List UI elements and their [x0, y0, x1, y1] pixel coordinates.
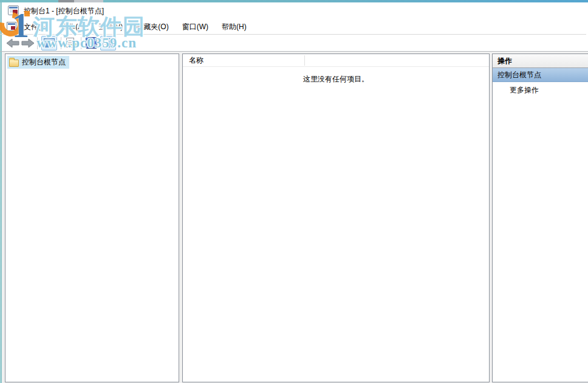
- more-actions-item[interactable]: 更多操作: [493, 82, 588, 98]
- list-header-row: 名称: [183, 54, 489, 67]
- tree-node-label: 控制台根节点: [22, 57, 66, 67]
- toolbar-separator: [37, 37, 38, 49]
- child-window-icon[interactable]: [7, 22, 16, 31]
- show-console-tree-button[interactable]: [41, 36, 57, 50]
- help-button[interactable]: ?: [84, 36, 99, 50]
- console-tree-icon: [44, 38, 55, 47]
- window-title: 控制台1 - [控制台根节点]: [24, 2, 104, 19]
- menu-file[interactable]: 文件(F): [17, 19, 54, 34]
- list-pane: 名称 这里没有任何项目。: [182, 53, 490, 382]
- console-tree-pane: 控制台根节点: [5, 53, 179, 382]
- toolbar: ➜ ?: [2, 35, 588, 51]
- action-pane-icon: [103, 38, 114, 47]
- mmc-app-icon: [8, 5, 19, 15]
- column-header-name[interactable]: 名称: [183, 54, 489, 67]
- forward-arrow-icon: [21, 38, 35, 48]
- menu-action[interactable]: 操作(A): [54, 19, 92, 34]
- toolbar-separator: [81, 37, 81, 49]
- menu-favorites[interactable]: 收藏夹(O): [129, 19, 175, 34]
- menu-bar: 文件(F) 操作(A) 查看(V) 收藏夹(O) 窗口(W) 帮助(H): [2, 19, 588, 34]
- export-list-icon: ➜: [66, 38, 76, 49]
- actions-pane: 操作 控制台根节点 更多操作: [492, 53, 588, 382]
- menu-help[interactable]: 帮助(H): [215, 19, 253, 34]
- toolbar-separator: [61, 37, 61, 49]
- menu-view[interactable]: 查看(V): [92, 19, 129, 34]
- forward-button[interactable]: [21, 36, 35, 50]
- export-list-button[interactable]: ➜: [64, 36, 78, 50]
- back-arrow-icon: [6, 38, 19, 48]
- column-divider[interactable]: [304, 55, 305, 66]
- title-bar: 控制台1 - [控制台根节点]: [2, 2, 588, 19]
- empty-list-message: 这里没有任何项目。: [183, 67, 489, 85]
- folder-icon: [9, 60, 19, 67]
- actions-section-console-root[interactable]: 控制台根节点: [493, 68, 588, 82]
- tree-node-console-root[interactable]: 控制台根节点: [7, 56, 69, 69]
- actions-pane-title: 操作: [493, 54, 588, 68]
- help-icon: ?: [86, 37, 97, 49]
- back-button[interactable]: [6, 36, 19, 50]
- show-action-pane-button[interactable]: [100, 36, 116, 50]
- menu-window[interactable]: 窗口(W): [176, 19, 215, 34]
